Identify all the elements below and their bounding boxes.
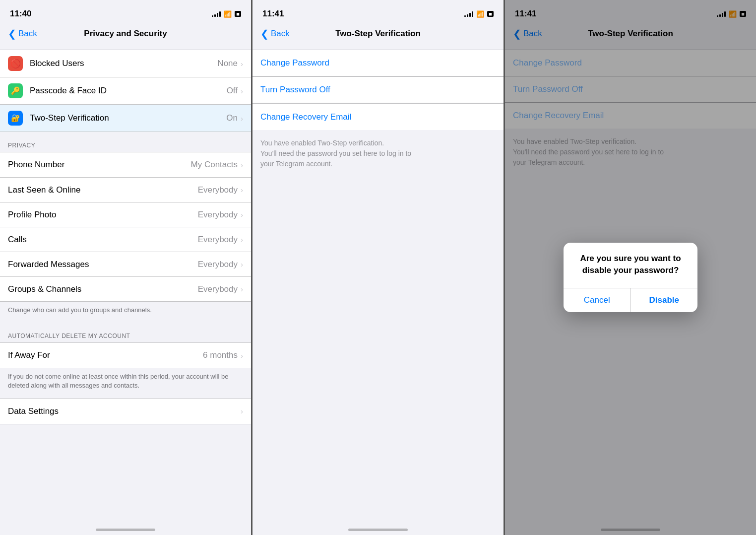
- back-button-2[interactable]: ❮ Back: [260, 28, 290, 40]
- nav-bar-2: ❮ Back Two-Step Verification: [252, 24, 504, 46]
- home-indicator-2: [348, 529, 408, 531]
- disable-button[interactable]: Disable: [631, 288, 698, 312]
- blocked-users-value: None: [217, 59, 238, 68]
- modal-title: Are you sure you want to disable your pa…: [564, 243, 697, 280]
- calls-value: Everybody: [198, 235, 238, 245]
- forwarded-messages-item[interactable]: Forwarded Messages Everybody ›: [0, 252, 251, 276]
- signal-icon-2: [464, 11, 473, 17]
- calls-item[interactable]: Calls Everybody ›: [0, 227, 251, 252]
- status-time-1: 11:40: [10, 9, 31, 19]
- status-bar-2: 11:41 📶 ■: [252, 0, 504, 24]
- nav-title-1: Privacy and Security: [84, 29, 167, 39]
- change-recovery-email-label: Change Recovery Email: [260, 112, 351, 122]
- change-password-label: Change Password: [260, 58, 329, 68]
- battery-icon-2: ■: [487, 11, 494, 17]
- data-settings-item[interactable]: Data Settings ›: [0, 399, 251, 424]
- battery-icon-1: ■: [235, 11, 241, 17]
- panel-privacy-security: 11:40 📶 ■ ❮ Back Privacy and Security 🚫 …: [0, 0, 251, 535]
- calls-chevron: ›: [241, 235, 243, 244]
- main-settings-group: 🚫 Blocked Users None › 🔑 Passcode & Face…: [0, 50, 251, 132]
- calls-label: Calls: [8, 235, 198, 245]
- change-recovery-email-row[interactable]: Change Recovery Email: [252, 104, 504, 130]
- privacy-section-label: PRIVACY: [0, 132, 251, 152]
- auto-delete-footer: If you do not come online at least once …: [0, 368, 251, 398]
- if-away-for-label: If Away For: [8, 350, 203, 360]
- back-label-1[interactable]: Back: [18, 29, 37, 39]
- panel-two-step: 11:41 📶 ■ ❮ Back Two-Step Verification C…: [252, 0, 504, 535]
- data-settings-chevron: ›: [241, 407, 243, 415]
- two-step-item[interactable]: 🔐 Two-Step Verification On ›: [0, 104, 251, 132]
- phone-number-label: Phone Number: [8, 160, 191, 170]
- wifi-icon-1: 📶: [224, 10, 232, 18]
- auto-delete-group: If Away For 6 months ›: [0, 342, 251, 368]
- groups-channels-value: Everybody: [198, 284, 238, 294]
- status-time-2: 11:41: [262, 9, 284, 19]
- status-icons-1: 📶 ■: [212, 10, 241, 18]
- passcode-icon: 🔑: [8, 83, 23, 98]
- blocked-users-chevron: ›: [241, 60, 243, 68]
- if-away-for-item[interactable]: If Away For 6 months ›: [0, 343, 251, 368]
- tsv-list: Change Password Turn Password Off Change…: [252, 50, 504, 130]
- confirm-modal: Are you sure you want to disable your pa…: [564, 243, 697, 313]
- profile-photo-value: Everybody: [198, 210, 238, 220]
- passcode-face-id-item[interactable]: 🔑 Passcode & Face ID Off ›: [0, 77, 251, 104]
- profile-photo-chevron: ›: [241, 210, 243, 219]
- if-away-for-value: 6 months: [203, 350, 238, 360]
- tsv-description-text: You have enabled Two-Step verification.Y…: [260, 139, 411, 168]
- data-settings-label: Data Settings: [8, 406, 241, 416]
- groups-channels-chevron: ›: [241, 285, 243, 293]
- forwarded-messages-value: Everybody: [198, 260, 238, 269]
- modal-buttons: Cancel Disable: [564, 288, 697, 312]
- two-step-value: On: [226, 113, 238, 123]
- profile-photo-item[interactable]: Profile Photo Everybody ›: [0, 202, 251, 227]
- blocked-users-label: Blocked Users: [30, 59, 217, 68]
- wifi-icon-2: 📶: [476, 10, 484, 18]
- phone-number-chevron: ›: [241, 161, 243, 169]
- privacy-group: Phone Number My Contacts › Last Seen & O…: [0, 152, 251, 302]
- signal-icon-1: [212, 11, 221, 17]
- back-chevron-2: ❮: [260, 28, 269, 40]
- cancel-button[interactable]: Cancel: [564, 288, 630, 312]
- blocked-users-item[interactable]: 🚫 Blocked Users None ›: [0, 50, 251, 77]
- forwarded-messages-label: Forwarded Messages: [8, 260, 198, 269]
- last-seen-label: Last Seen & Online: [8, 185, 198, 195]
- back-label-2[interactable]: Back: [271, 29, 290, 39]
- turn-password-off-label: Turn Password Off: [260, 85, 330, 95]
- nav-bar-1: ❮ Back Privacy and Security: [0, 24, 251, 46]
- forwarded-messages-chevron: ›: [241, 260, 243, 268]
- nav-title-2: Two-Step Verification: [335, 29, 421, 39]
- if-away-for-chevron: ›: [241, 351, 243, 360]
- panel-confirm-modal: 11:41 📶 ■ ❮ Back Two-Step Verification C…: [505, 0, 756, 535]
- two-step-chevron: ›: [241, 114, 243, 123]
- passcode-label: Passcode & Face ID: [30, 86, 227, 96]
- status-icons-2: 📶 ■: [464, 10, 494, 18]
- turn-password-off-row[interactable]: Turn Password Off: [252, 76, 504, 104]
- back-chevron-1: ❮: [8, 28, 16, 40]
- data-settings-group: Data Settings ›: [0, 399, 251, 424]
- home-indicator-1: [96, 529, 155, 531]
- change-recovery-email-item[interactable]: Change Recovery Email: [252, 104, 504, 130]
- groups-channels-item[interactable]: Groups & Channels Everybody ›: [0, 276, 251, 301]
- last-seen-item[interactable]: Last Seen & Online Everybody ›: [0, 177, 251, 202]
- blocked-users-icon: 🚫: [8, 56, 23, 71]
- passcode-value: Off: [227, 86, 238, 96]
- turn-password-off-item[interactable]: Turn Password Off: [252, 77, 504, 103]
- change-password-row[interactable]: Change Password: [252, 50, 504, 76]
- last-seen-chevron: ›: [241, 186, 243, 194]
- change-password-item[interactable]: Change Password: [252, 50, 504, 76]
- profile-photo-label: Profile Photo: [8, 210, 198, 220]
- two-step-icon: 🔐: [8, 111, 23, 126]
- modal-overlay: Are you sure you want to disable your pa…: [505, 0, 756, 535]
- last-seen-value: Everybody: [198, 185, 238, 195]
- status-bar-1: 11:40 📶 ■: [0, 0, 251, 24]
- auto-delete-label: AUTOMATICALLY DELETE MY ACCOUNT: [0, 323, 251, 342]
- groups-channels-label: Groups & Channels: [8, 284, 198, 294]
- two-step-label: Two-Step Verification: [30, 113, 226, 123]
- tsv-description: You have enabled Two-Step verification.Y…: [252, 130, 504, 177]
- privacy-footer: Change who can add you to groups and cha…: [0, 302, 251, 323]
- passcode-chevron: ›: [241, 87, 243, 95]
- back-button-1[interactable]: ❮ Back: [8, 28, 37, 40]
- phone-number-value: My Contacts: [191, 160, 238, 170]
- phone-number-item[interactable]: Phone Number My Contacts ›: [0, 152, 251, 177]
